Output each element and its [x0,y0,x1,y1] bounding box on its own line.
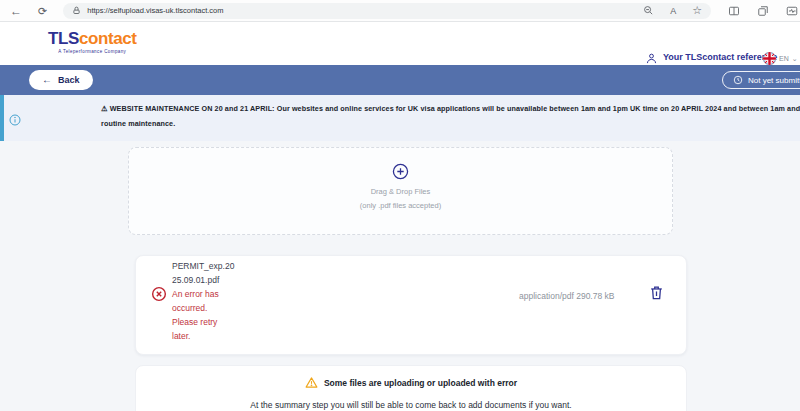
upload-warning-text: Some files are uploading or uploaded wit… [324,378,517,388]
language-code: EN [779,55,789,62]
upload-error-icon [151,286,167,306]
read-aloud-icon[interactable]: A [670,6,676,16]
delete-file-button[interactable] [647,284,665,302]
file-meta: application/pdf 290.78 kB [519,291,614,301]
lock-icon [72,6,81,15]
tlscontact-logo: TLScontact A Teleperformance Company [48,30,137,54]
address-bar[interactable]: https://selfupload.visas-uk.tlscontact.c… [63,3,711,19]
language-selector[interactable]: EN ⌄ [763,52,798,65]
maintenance-banner: ⚠ WEBSITE MAINTENANCE ON 20 and 21 APRIL… [0,95,800,141]
browser-essentials-icon[interactable] [786,5,798,17]
upload-section: Drag & Drop Files (only .pdf files accep… [0,141,800,411]
dropzone-subtitle: (only .pdf files accepted) [360,201,441,210]
warning-triangle-icon [305,376,318,389]
info-icon [9,112,21,130]
file-name-line: 25.09.01.pdf [172,273,256,287]
file-name-line: PERMIT_exp.20 [172,259,256,273]
add-file-icon [392,163,409,180]
favorites-star-icon[interactable]: ☆ [692,4,702,17]
maintenance-message: ⚠ WEBSITE MAINTENANCE ON 20 and 21 APRIL… [101,101,800,131]
logo-text-contact: contact [79,29,137,48]
status-badge: Not yet submitted [722,71,800,89]
page-content: TLScontact A Teleperformance Company You… [0,22,800,411]
browser-toolbar: ← ⟳ https://selfupload.visas-uk.tlsconta… [0,0,800,22]
file-error-line: An error has [172,287,256,301]
file-error-line: later. [172,329,256,343]
upload-warning: Some files are uploading or uploaded wit… [136,376,686,389]
file-info: PERMIT_exp.20 25.09.01.pdf An error has … [172,259,256,343]
file-error-line: occurred. [172,301,256,315]
zoom-out-icon[interactable] [643,5,654,16]
site-header: TLScontact A Teleperformance Company You… [0,22,800,65]
uk-flag-icon [763,52,776,65]
banner-accent-bar [0,95,4,141]
upload-status-panel: Some files are uploading or uploaded wit… [135,365,687,411]
file-error-line: Please retry [172,315,256,329]
summary-step-note: At the summary step you will still be ab… [136,400,686,410]
uploaded-file-row: PERMIT_exp.20 25.09.01.pdf An error has … [135,255,687,355]
collections-icon[interactable] [757,5,769,17]
browser-window: ← ⟳ https://selfupload.visas-uk.tlsconta… [0,0,800,411]
logo-tagline: A Teleperformance Company [48,49,137,54]
back-button-arrow-icon: ← [42,75,52,85]
browser-back-icon[interactable]: ← [10,0,22,22]
file-dropzone[interactable]: Drag & Drop Files (only .pdf files accep… [128,147,673,235]
browser-refresh-icon[interactable]: ⟳ [38,0,47,22]
action-bar: ← Back Not yet submitted [0,65,800,95]
maintenance-message-line2: routine maintenance. [101,116,800,131]
maintenance-message-line1: ⚠ WEBSITE MAINTENANCE ON 20 and 21 APRIL… [101,101,800,116]
back-button-label: Back [58,75,80,85]
url-text: https://selfupload.visas-uk.tlscontact.c… [87,6,223,15]
reference-label: Your TLScontact reference [663,52,777,62]
split-screen-icon[interactable] [728,5,740,17]
back-button[interactable]: ← Back [29,70,93,90]
dropzone-title: Drag & Drop Files [371,187,431,196]
logo-text-tls: TLS [48,29,79,48]
clock-icon [733,75,743,85]
chevron-down-icon: ⌄ [792,55,798,63]
status-badge-label: Not yet submitted [748,76,800,85]
